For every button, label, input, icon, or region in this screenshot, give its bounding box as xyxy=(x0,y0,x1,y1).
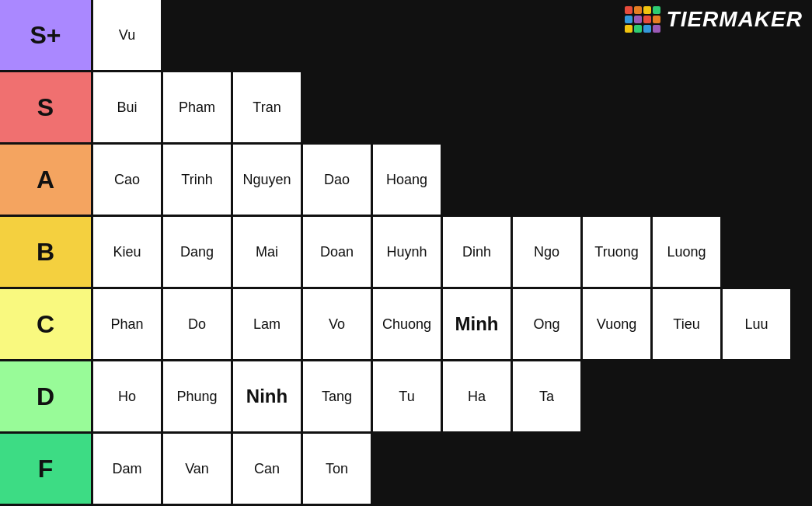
logo-cell xyxy=(643,6,651,14)
tier-cell-luu: Luu xyxy=(723,289,793,359)
tier-label-f: F xyxy=(0,434,93,504)
tier-cell-can: Can xyxy=(233,434,303,504)
tier-cells-s: BuiPhamTran xyxy=(93,72,812,142)
tier-cell-tieu: Tieu xyxy=(653,289,723,359)
tier-cell-phung: Phung xyxy=(163,361,233,431)
logo: TierMaker xyxy=(625,6,803,33)
tier-cell-ton: Ton xyxy=(303,434,373,504)
tier-label-splus: S+ xyxy=(0,0,93,70)
tier-cell-tran: Tran xyxy=(233,72,303,142)
tier-empty-b xyxy=(723,217,812,287)
tier-cell-trinh: Trinh xyxy=(163,145,233,215)
tier-cell-mai: Mai xyxy=(233,217,303,287)
tier-label-s: S xyxy=(0,72,93,142)
tier-empty-f xyxy=(373,434,812,504)
tier-cells-f: DamVanCanTon xyxy=(93,434,812,504)
tier-cell-vo: Vo xyxy=(303,289,373,359)
logo-cell xyxy=(653,25,660,33)
tier-row-s: SBuiPhamTran xyxy=(0,72,812,145)
logo-cell xyxy=(643,16,651,23)
tier-cell-bui: Bui xyxy=(93,72,163,142)
tier-empty-d xyxy=(583,361,812,431)
tier-cells-c: PhanDoLamVoChuongMinhOngVuongTieuLuu xyxy=(93,289,812,359)
tier-cell-tang: Tang xyxy=(303,361,373,431)
tier-table: S+VuSBuiPhamTranACaoTrinhNguyenDaoHoangB… xyxy=(0,0,812,506)
logo-cell xyxy=(653,16,660,23)
tier-cell-nguyen: Nguyen xyxy=(233,145,303,215)
tier-cell-luong: Luong xyxy=(653,217,723,287)
logo-text: TierMaker xyxy=(667,7,803,32)
tier-cell-doan: Doan xyxy=(303,217,373,287)
tier-row-a: ACaoTrinhNguyenDaoHoang xyxy=(0,145,812,217)
tier-label-d: D xyxy=(0,361,93,431)
tier-cell-ngo: Ngo xyxy=(513,217,583,287)
logo-cell xyxy=(634,6,642,14)
tier-cell-vuong: Vuong xyxy=(583,289,653,359)
logo-cell xyxy=(653,6,660,14)
tier-cell-hoang: Hoang xyxy=(373,145,443,215)
tier-empty-a xyxy=(443,145,812,215)
tier-cell-chuong: Chuong xyxy=(373,289,443,359)
tier-cell-phan: Phan xyxy=(93,289,163,359)
tier-cell-dang: Dang xyxy=(163,217,233,287)
logo-cell xyxy=(625,25,633,33)
tier-cell-ta: Ta xyxy=(513,361,583,431)
tier-cell-vu: Vu xyxy=(93,0,163,70)
tier-cell-ha: Ha xyxy=(443,361,513,431)
tier-label-b: B xyxy=(0,217,93,287)
logo-grid xyxy=(625,6,660,33)
logo-cell xyxy=(625,16,633,23)
logo-cell xyxy=(625,6,633,14)
tier-row-c: CPhanDoLamVoChuongMinhOngVuongTieuLuu xyxy=(0,289,812,361)
tier-cell-dam: Dam xyxy=(93,434,163,504)
tier-cell-truong: Truong xyxy=(583,217,653,287)
tier-cell-pham: Pham xyxy=(163,72,233,142)
logo-cell xyxy=(634,25,642,33)
tier-cell-lam: Lam xyxy=(233,289,303,359)
tier-cells-a: CaoTrinhNguyenDaoHoang xyxy=(93,145,812,215)
tier-empty-c xyxy=(793,289,812,359)
tier-cell-minh: Minh xyxy=(443,289,513,359)
tier-cell-kieu: Kieu xyxy=(93,217,163,287)
tier-cell-tu: Tu xyxy=(373,361,443,431)
tier-cell-ninh: Ninh xyxy=(233,361,303,431)
tier-label-c: C xyxy=(0,289,93,359)
tier-row-b: BKieuDangMaiDoanHuynhDinhNgoTruongLuong xyxy=(0,217,812,289)
tier-cell-van: Van xyxy=(163,434,233,504)
tier-cell-dinh: Dinh xyxy=(443,217,513,287)
tier-empty-s xyxy=(303,72,812,142)
tier-cell-cao: Cao xyxy=(93,145,163,215)
tier-cells-b: KieuDangMaiDoanHuynhDinhNgoTruongLuong xyxy=(93,217,812,287)
tier-cell-huynh: Huynh xyxy=(373,217,443,287)
tier-cell-do: Do xyxy=(163,289,233,359)
logo-cell xyxy=(643,25,651,33)
app-container: TierMaker S+VuSBuiPhamTranACaoTrinhNguye… xyxy=(0,0,812,506)
tier-row-f: FDamVanCanTon xyxy=(0,434,812,506)
tier-cell-ong: Ong xyxy=(513,289,583,359)
tier-cells-d: HoPhungNinhTangTuHaTa xyxy=(93,361,812,431)
tier-cell-ho: Ho xyxy=(93,361,163,431)
logo-cell xyxy=(634,16,642,23)
tier-row-d: DHoPhungNinhTangTuHaTa xyxy=(0,361,812,434)
tier-cell-dao: Dao xyxy=(303,145,373,215)
tier-label-a: A xyxy=(0,145,93,215)
